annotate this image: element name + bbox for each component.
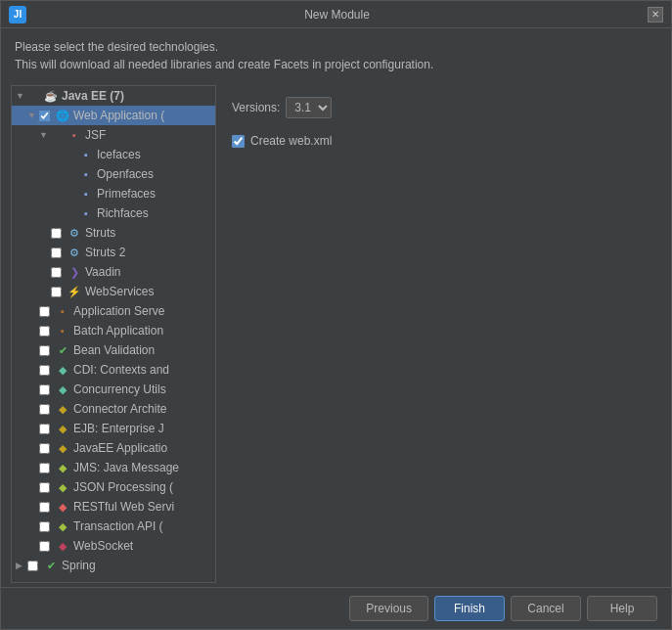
tree-item-webservices[interactable]: ⚡WebServices — [12, 282, 215, 301]
tree-cb-webservices[interactable] — [51, 287, 62, 297]
tree-icon-openfaces: ▪ — [78, 166, 94, 182]
main-area: ▼☕Java EE (7)▼🌐Web Application (▼▪JSF▪Ic… — [1, 81, 671, 587]
create-webxml-label[interactable]: Create web.xml — [250, 134, 332, 148]
tree-icon-web-app: 🌐 — [55, 108, 70, 123]
dialog-footer: Previous Finish Cancel Help — [1, 587, 671, 629]
tree-item-jsf[interactable]: ▼▪JSF — [12, 125, 215, 145]
tree-cb-struts[interactable] — [51, 228, 62, 239]
tree-icon-icefaces: ▪ — [78, 147, 94, 162]
tree-icon-cdi: ◆ — [55, 362, 70, 378]
versions-select[interactable]: 3.1 3.0 2.5 — [286, 97, 332, 118]
tree-icon-jsf: ▪ — [67, 127, 82, 143]
tree-item-websocket[interactable]: ◆WebSocket — [12, 536, 215, 556]
help-button[interactable]: Help — [587, 596, 657, 621]
tree-cb-vaadin[interactable] — [51, 267, 62, 278]
tree-label-batch-app: Batch Application — [73, 324, 163, 338]
versions-row: Versions: 3.1 3.0 2.5 — [232, 97, 653, 118]
tree-item-struts2[interactable]: ⚙Struts 2 — [12, 243, 215, 262]
tree-label-javaee: Java EE (7) — [62, 89, 124, 103]
tree-icon-struts2: ⚙ — [67, 245, 82, 260]
tree-cb-jms[interactable] — [39, 463, 50, 473]
tree-icon-websocket: ◆ — [55, 538, 70, 554]
tree-cb-web-app[interactable] — [39, 111, 50, 121]
tree-label-connector: Connector Archite — [73, 402, 166, 416]
tree-item-primefaces[interactable]: ▪Primefaces — [12, 184, 215, 203]
technology-tree[interactable]: ▼☕Java EE (7)▼🌐Web Application (▼▪JSF▪Ic… — [11, 85, 216, 583]
tree-item-openfaces[interactable]: ▪Openfaces — [12, 164, 215, 184]
tree-item-cdi[interactable]: ◆CDI: Contexts and — [12, 360, 215, 380]
tree-item-icefaces[interactable]: ▪Icefaces — [12, 145, 215, 164]
tree-toggle-jsf[interactable]: ▼ — [39, 130, 51, 140]
tree-icon-spring: ✔ — [43, 558, 59, 573]
tree-icon-transaction: ◆ — [55, 518, 70, 534]
tree-item-javaee-app[interactable]: ◆JavaEE Applicatio — [12, 438, 215, 458]
tree-label-web-app: Web Application ( — [73, 109, 164, 122]
create-webxml-checkbox[interactable] — [232, 135, 245, 148]
tree-label-transaction: Transaction API ( — [73, 519, 163, 533]
title-bar: JI New Module ✕ — [1, 1, 671, 28]
tree-item-ejb[interactable]: ◆EJB: Enterprise J — [12, 419, 215, 438]
tree-item-json[interactable]: ◆JSON Processing ( — [12, 477, 215, 497]
tree-label-icefaces: Icefaces — [97, 148, 141, 161]
tree-label-concurrency: Concurrency Utils — [73, 382, 166, 396]
tree-item-jms[interactable]: ◆JMS: Java Message — [12, 458, 215, 477]
tree-cb-app-server[interactable] — [39, 306, 50, 317]
tree-label-cdi: CDI: Contexts and — [73, 363, 169, 377]
tree-cb-concurrency[interactable] — [39, 384, 50, 395]
tree-icon-ejb: ◆ — [55, 421, 70, 436]
tree-item-app-server[interactable]: ▪Application Serve — [12, 301, 215, 321]
right-panel: Versions: 3.1 3.0 2.5 Create web.xml — [224, 85, 661, 583]
tree-icon-json: ◆ — [55, 479, 70, 495]
tree-label-spring: Spring — [62, 559, 96, 572]
tree-item-connector[interactable]: ◆Connector Archite — [12, 399, 215, 419]
tree-cb-javaee-app[interactable] — [39, 443, 50, 454]
tree-cb-cdi[interactable] — [39, 365, 50, 376]
tree-item-web-app[interactable]: ▼🌐Web Application ( — [12, 106, 215, 125]
dialog-title: New Module — [26, 8, 648, 22]
tree-item-struts[interactable]: ⚙Struts — [12, 223, 215, 243]
close-button[interactable]: ✕ — [648, 7, 663, 22]
previous-button[interactable]: Previous — [349, 596, 428, 621]
tree-cb-spring[interactable] — [27, 561, 38, 571]
tree-cb-batch-app[interactable] — [39, 326, 50, 337]
tree-label-json: JSON Processing ( — [73, 480, 173, 494]
tree-cb-ejb[interactable] — [39, 424, 50, 434]
tree-label-restful: RESTful Web Servi — [73, 500, 174, 514]
tree-item-concurrency[interactable]: ◆Concurrency Utils — [12, 380, 215, 399]
tree-cb-websocket[interactable] — [39, 541, 50, 552]
tree-icon-struts: ⚙ — [67, 225, 82, 241]
tree-item-transaction[interactable]: ◆Transaction API ( — [12, 517, 215, 536]
tree-cb-transaction[interactable] — [39, 521, 50, 532]
tree-icon-restful: ◆ — [55, 499, 70, 515]
tree-cb-restful[interactable] — [39, 502, 50, 513]
tree-icon-concurrency: ◆ — [55, 382, 70, 397]
tree-cb-connector[interactable] — [39, 404, 50, 415]
app-logo: JI — [9, 6, 26, 23]
tree-label-websocket: WebSocket — [73, 539, 133, 553]
tree-item-restful[interactable]: ◆RESTful Web Servi — [12, 497, 215, 517]
tree-icon-jms: ◆ — [55, 460, 70, 475]
dialog-content: Please select the desired technologies. … — [1, 28, 671, 587]
tree-cb-bean-validation[interactable] — [39, 345, 50, 356]
tree-item-spring[interactable]: ▶✔Spring — [12, 556, 215, 575]
tree-item-batch-app[interactable]: ▪Batch Application — [12, 321, 215, 340]
tree-toggle-web-app[interactable]: ▼ — [27, 111, 39, 120]
tree-cb-json[interactable] — [39, 482, 50, 493]
tree-label-jms: JMS: Java Message — [73, 461, 179, 474]
tree-label-vaadin: Vaadin — [85, 265, 120, 279]
tree-item-bean-validation[interactable]: ✔Bean Validation — [12, 340, 215, 360]
tree-label-bean-validation: Bean Validation — [73, 343, 155, 357]
tree-item-vaadin[interactable]: ❯Vaadin — [12, 262, 215, 282]
tree-icon-vaadin: ❯ — [67, 264, 82, 280]
tree-toggle-spring[interactable]: ▶ — [16, 561, 27, 570]
tree-icon-richfaces: ▪ — [78, 205, 94, 221]
tree-item-javaee[interactable]: ▼☕Java EE (7) — [12, 86, 215, 106]
versions-label: Versions: — [232, 101, 280, 114]
tree-icon-primefaces: ▪ — [78, 186, 94, 202]
tree-item-richfaces[interactable]: ▪Richfaces — [12, 203, 215, 223]
tree-cb-struts2[interactable] — [51, 248, 62, 258]
cancel-button[interactable]: Cancel — [511, 596, 581, 621]
finish-button[interactable]: Finish — [434, 596, 505, 621]
tree-label-openfaces: Openfaces — [97, 167, 154, 181]
tree-toggle-javaee[interactable]: ▼ — [16, 91, 27, 101]
